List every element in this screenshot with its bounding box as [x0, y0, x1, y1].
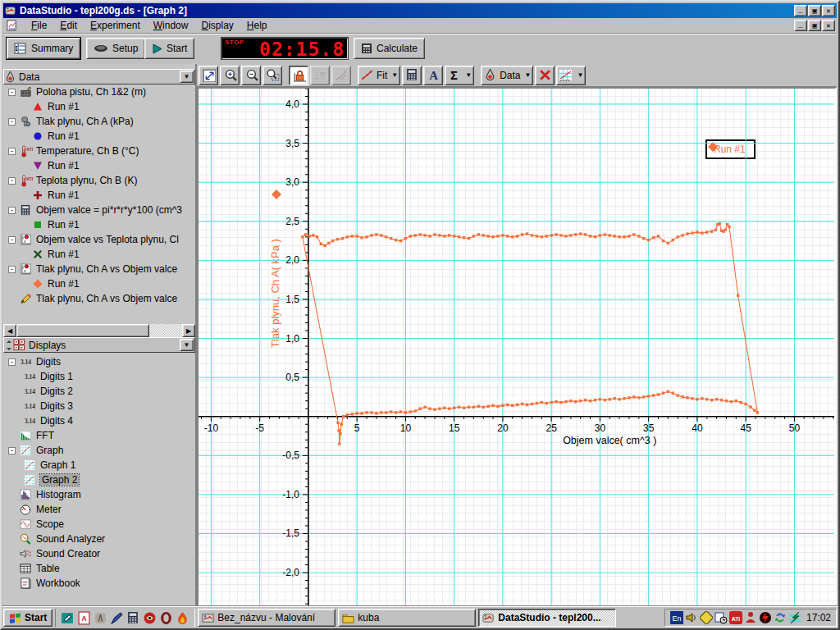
xy-tool-button[interactable]: xy [310, 66, 330, 85]
displays-panel-menu-button[interactable]: ▼ [180, 339, 194, 351]
display-item-label[interactable]: Sound Creator [36, 548, 100, 559]
display-item[interactable]: Scope [3, 517, 195, 532]
run-item[interactable]: Run #1 [3, 99, 195, 114]
data-item-label[interactable]: Objem valce vs Teplota plynu, Cl [36, 234, 179, 245]
data-item[interactable]: -Objem valce = pi*r*r*y*100 (cm^3 [3, 203, 195, 217]
run-item-label[interactable]: Run #1 [48, 278, 80, 290]
tree-collapse-icon[interactable]: - [8, 266, 16, 273]
display-subitem[interactable]: Graph 2 [3, 472, 195, 487]
display-subitem-label[interactable]: Digits 3 [40, 400, 73, 412]
acrobat-icon[interactable]: A [77, 611, 91, 625]
calculate-button[interactable] [402, 66, 422, 85]
display-subitem-label-selected[interactable]: Graph 2 [40, 474, 79, 486]
display-item[interactable]: Sound Creator [3, 546, 195, 561]
tree-collapse-icon[interactable]: - [8, 358, 16, 366]
smart-tool-button[interactable] [289, 66, 308, 85]
plot-canvas[interactable]: Run #1 Tlak plynu, Ch A( kPa ) -10-55101… [199, 89, 835, 605]
data-item-label[interactable]: Tlak plynu, Ch A (kPa) [36, 116, 134, 127]
display-subitem[interactable]: 3.14Digits 4 [3, 413, 195, 428]
panel-splitter-icon[interactable] [5, 340, 13, 351]
ime-icon[interactable] [700, 611, 713, 624]
tree-collapse-icon[interactable]: - [8, 89, 16, 96]
data-item[interactable]: -KTDTemperature, Ch B (°C) [3, 144, 195, 158]
run-item[interactable]: Run #1 [3, 217, 195, 232]
zoom-select-button[interactable] [262, 66, 282, 85]
display-item-label[interactable]: Scope [36, 518, 64, 530]
remove-button[interactable] [535, 66, 555, 85]
zoom-out-button[interactable] [241, 66, 261, 85]
pen-icon[interactable] [110, 611, 124, 625]
display-item[interactable]: Meter [3, 502, 195, 517]
lightning-icon[interactable] [759, 611, 772, 624]
menu-display[interactable]: Display [194, 18, 240, 33]
data-item[interactable]: -Poloha pistu, Ch 1&2 (m) [3, 84, 195, 99]
display-item[interactable]: Workbook [3, 576, 195, 591]
start-button[interactable]: Start [144, 38, 194, 59]
menu-edit[interactable]: Edit [53, 18, 84, 33]
chevron-down-icon[interactable]: ▼ [577, 71, 583, 79]
chevron-down-icon[interactable]: ▼ [465, 71, 472, 79]
taskbar-clock[interactable]: 17:02 [806, 612, 831, 623]
data-item-label[interactable]: Poloha pistu, Ch 1&2 (m) [36, 86, 146, 98]
dragon-icon[interactable] [143, 611, 157, 625]
displays-panel-header[interactable]: Displays ▼ [3, 337, 195, 353]
statistics-button[interactable]: Σ▼ [445, 66, 474, 85]
child-restore-button[interactable]: ▣ [808, 20, 821, 31]
data-item-label[interactable]: Objem valce = pi*r*r*y*100 (cm^3 [36, 204, 182, 216]
tree-collapse-icon[interactable]: - [8, 177, 16, 185]
display-item[interactable]: Sound Analyzer [3, 532, 195, 546]
red-agent-icon[interactable] [744, 611, 757, 624]
scroll-thumb[interactable] [16, 324, 149, 337]
display-subitem-label[interactable]: Graph 1 [40, 459, 75, 471]
flame-icon[interactable] [176, 611, 189, 625]
summary-button[interactable]: Summary [7, 38, 80, 59]
calculate-button[interactable]: Calculate [354, 38, 425, 59]
display-subitem-label[interactable]: Digits 4 [40, 415, 73, 427]
run-item[interactable]: Run #1 [3, 188, 195, 203]
start-menu-button[interactable]: Start [3, 609, 52, 627]
data-panel-header[interactable]: Data ▼ [3, 69, 195, 84]
title-bar[interactable]: DataStudio - tepl200g.ds - [Graph 2] _ ▣… [3, 3, 837, 18]
display-subitem[interactable]: 3.14Digits 2 [3, 384, 195, 399]
calculator-icon[interactable] [126, 611, 140, 625]
display-item-label[interactable]: Meter [36, 504, 62, 515]
data-item[interactable]: -xyObjem valce vs Teplota plynu, Cl [3, 232, 195, 247]
zoom-in-button[interactable] [220, 66, 240, 85]
data-panel-menu-button[interactable]: ▼ [180, 71, 194, 83]
data-item[interactable]: -Tlak plynu, Ch A (kPa) [3, 114, 195, 129]
task-button-active[interactable]: DataStudio - tepl200... [478, 609, 616, 627]
display-item[interactable]: -3.14Digits [3, 354, 195, 369]
restore-button[interactable]: ▣ [808, 5, 821, 16]
display-subitem[interactable]: Graph 1 [3, 458, 195, 472]
menu-file[interactable]: File [25, 18, 53, 33]
winamp-icon[interactable] [94, 611, 107, 625]
data-item-label[interactable]: Teplota plynu, Ch B (K) [36, 175, 137, 186]
sync-icon[interactable] [774, 611, 787, 624]
display-item[interactable]: FFT [3, 428, 195, 443]
task-button-inactive[interactable]: kuba [338, 609, 476, 627]
data-item[interactable]: Tlak plynu, Ch A vs Objem valce [3, 291, 195, 306]
close-button[interactable]: ✕ [822, 5, 835, 16]
run-item-label[interactable]: Run #1 [48, 249, 80, 260]
display-subitem-label[interactable]: Digits 2 [40, 386, 73, 397]
task-button-inactive[interactable]: Bez_názvu - Malování [198, 609, 336, 627]
data-tree-hscrollbar[interactable]: ◀ ▶ [3, 324, 195, 337]
scroll-track[interactable] [16, 324, 182, 337]
display-item[interactable]: Histogram [3, 487, 195, 502]
tree-collapse-icon[interactable]: - [8, 447, 16, 454]
tree-collapse-icon[interactable]: - [8, 148, 16, 155]
scheduler-icon[interactable] [714, 611, 728, 624]
setup-button[interactable]: Setup [86, 38, 145, 59]
run-item[interactable]: Run #1 [3, 158, 195, 173]
text-annotation-button[interactable]: A [423, 66, 443, 85]
display-item-label[interactable]: FFT [36, 430, 54, 441]
menu-window[interactable]: Window [147, 18, 195, 33]
ati-icon[interactable]: ATi [729, 611, 742, 624]
display-item[interactable]: -Graph [3, 443, 195, 458]
chart-svg[interactable]: -10-551015202530354045504,03,53,02,52,01… [199, 89, 834, 606]
child-window-icon[interactable] [6, 20, 18, 32]
slope-tool-button[interactable] [331, 66, 351, 85]
data-menu-button[interactable]: Data▼ [481, 66, 533, 85]
display-subitem[interactable]: 3.14Digits 3 [3, 399, 195, 413]
run-item-label[interactable]: Run #1 [48, 160, 80, 171]
